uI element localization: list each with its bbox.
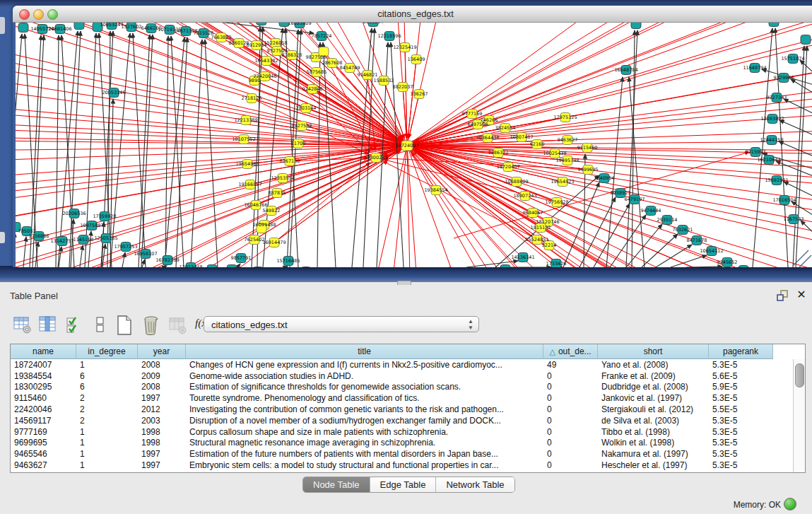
cell-short: Wolkin et al. (1998): [598, 438, 709, 448]
graph-node-label: 12213389: [234, 118, 257, 123]
cell-year: 1998: [138, 427, 186, 437]
table-vertical-scrollbar[interactable]: [793, 359, 805, 472]
graph-node-label: 10688609: [505, 180, 528, 185]
graph-node-label: 15226058: [264, 41, 287, 46]
column-header-out_de[interactable]: △out_de...: [543, 344, 598, 359]
graph-node[interactable]: [631, 23, 642, 29]
graph-node[interactable]: [253, 267, 264, 267]
column-select-icon[interactable]: [38, 315, 58, 336]
tab-edge-table[interactable]: Edge Table: [370, 477, 437, 492]
graph-node-label: 15751074: [781, 57, 804, 62]
select-columns-check-icon[interactable]: [65, 315, 85, 336]
graph-node[interactable]: [227, 264, 237, 267]
cell-title: Estimation of the future numbers of pati…: [186, 449, 543, 459]
graph-node-label: 16210643: [757, 158, 780, 163]
cell-year: 1997: [138, 460, 186, 470]
graph-node-label: 52214: [542, 243, 557, 248]
cell-title: Embryonic stem cells: a model to study s…: [186, 460, 543, 470]
table-row[interactable]: 911546021997Tourette syndrome. Phenomeno…: [11, 392, 792, 404]
graph-node[interactable]: [801, 35, 811, 45]
table-row[interactable]: 1456911722003Disruption of a novel membe…: [11, 415, 792, 426]
cell-pagerank: 5.5E-5: [709, 404, 773, 414]
cell-name: 18724007: [11, 360, 76, 370]
graph-node-label: 9463627: [558, 138, 578, 143]
cell-in_degree: 6: [76, 371, 138, 381]
graph-node[interactable]: [257, 23, 267, 25]
delete-attribute-icon[interactable]: [141, 315, 161, 336]
new-table-icon[interactable]: [114, 315, 134, 336]
memory-status-indicator[interactable]: [784, 498, 796, 510]
tab-node-table[interactable]: Node Table: [303, 477, 370, 492]
graph-node-label: 16099488: [252, 223, 276, 228]
graph-node-label: 13142757: [50, 239, 73, 244]
float-panel-icon[interactable]: [777, 290, 789, 302]
column-header-title[interactable]: title: [186, 344, 543, 359]
row-height-icon[interactable]: [90, 315, 110, 336]
graph-node-label: 12218596: [377, 34, 401, 39]
graph-node-label: 10807487: [510, 135, 533, 140]
graph-node-label: 12505185: [94, 236, 117, 241]
table-row[interactable]: 1872400712008Changes of HCN gene express…: [11, 359, 792, 370]
graph-node-label: 19756928: [545, 200, 568, 205]
window-titlebar[interactable]: citations_edges.txt: [13, 6, 812, 23]
graph-node-label: 9245652: [717, 260, 738, 265]
table-row[interactable]: 1938455462009Genome-wide association stu…: [11, 370, 792, 382]
cell-name: 9465546: [11, 449, 76, 459]
table-row[interactable]: 946362711997Embryonic stem cells: a mode…: [11, 460, 792, 471]
graph-node[interactable]: [207, 264, 218, 267]
graph-node-label: 11700: [291, 141, 306, 146]
table-header-row: namein_degreeyeartitle△out_de...shortpag…: [11, 344, 773, 359]
dropdown-stepper-icon: ▲▼: [468, 318, 473, 331]
table-row[interactable]: 2242004622012Investigating the contribut…: [11, 404, 792, 415]
column-header-in_degree[interactable]: in_degree: [76, 344, 138, 359]
scrollbar-thumb[interactable]: [795, 363, 804, 387]
table-row[interactable]: 977716911998Corpus callosum shape and si…: [11, 426, 792, 438]
tab-network-table[interactable]: Network Table: [436, 477, 514, 492]
table-selector-dropdown[interactable]: citations_edges.txt ▲▼: [204, 316, 479, 332]
cell-pagerank: 5.3E-5: [709, 427, 773, 437]
graph-node-label: 1588532: [374, 78, 394, 83]
graph-node-label: 887835: [269, 191, 286, 196]
graph-node-label: 1167533: [784, 217, 804, 222]
graph-node-label: 8813054: [363, 23, 384, 25]
graph-node-label: 16053809: [288, 23, 311, 26]
table-row[interactable]: 969969511998Structural magnetic resonanc…: [11, 438, 792, 449]
cell-short: Jankovic et al. (1997): [598, 393, 709, 403]
column-header-name[interactable]: name: [11, 344, 76, 359]
graph-node[interactable]: [739, 265, 749, 267]
graph-node-label: 549822: [263, 209, 281, 214]
graph-node[interactable]: [500, 264, 511, 267]
cell-out_de: 0: [543, 416, 598, 426]
cell-in_degree: 6: [76, 382, 138, 392]
graph-node[interactable]: [18, 23, 29, 33]
column-header-short[interactable]: short: [598, 344, 709, 359]
graph-node-label: 15692931: [765, 178, 788, 183]
close-panel-icon[interactable]: ✕: [795, 288, 808, 302]
graph-node-label: 136267: [411, 92, 428, 97]
cell-title: Disruption of a novel member of a sodium…: [186, 416, 543, 426]
column-header-pagerank[interactable]: pagerank: [709, 344, 773, 359]
table-type-tabs: Node TableEdge TableNetwork Table: [302, 477, 515, 493]
graph-node-label: 7986322: [488, 151, 509, 156]
graph-node-label: 15524851: [525, 238, 548, 243]
network-canvas[interactable]: 1405572420691406106532471527602646616010…: [16, 23, 812, 267]
table-settings-icon[interactable]: [13, 315, 33, 336]
table-row[interactable]: 946554611997Estimation of the future num…: [11, 448, 792, 460]
status-bar: Memory: OK: [0, 494, 812, 514]
graph-node-label: 2718126: [242, 96, 262, 101]
cell-year: 1998: [138, 438, 186, 448]
left-panel-tab[interactable]: [0, 232, 5, 243]
cell-pagerank: 5.3E-5: [709, 393, 773, 403]
cell-out_de: 0: [543, 382, 598, 392]
graph-node-label: 10654112: [700, 249, 723, 254]
cell-year: 2003: [138, 416, 186, 426]
cell-title: Genome-wide association studies in ADHD.: [186, 371, 543, 381]
graph-node[interactable]: [769, 23, 779, 27]
graph-node-label: 10653247: [100, 23, 123, 28]
table-row[interactable]: 1830029562008Estimation of significance …: [11, 382, 792, 393]
cell-short: Franke et al. (2009): [598, 371, 709, 381]
column-header-year[interactable]: year: [138, 344, 186, 359]
graph-node[interactable]: [74, 23, 85, 30]
sort-ascending-icon: △: [549, 347, 555, 356]
graph-node[interactable]: [301, 267, 312, 267]
